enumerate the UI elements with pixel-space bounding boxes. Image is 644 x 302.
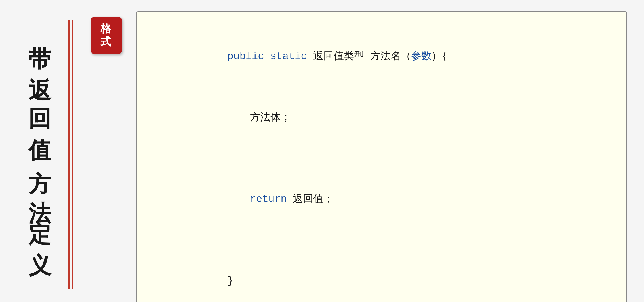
format-line-4: return 返回值； [154, 169, 609, 230]
format-return-text: 返回值； [287, 193, 334, 205]
divider-column [62, 11, 79, 289]
kw-public-1: public static [227, 51, 307, 62]
main-content: 格 式 public static 返回值类型 方法名（参数）{ 方法体； re… [79, 11, 627, 302]
title-char-4: 值 [27, 121, 52, 124]
title-char-5: 方 [27, 152, 52, 155]
title-char-3: 回 [27, 90, 52, 93]
format-code-box: public static 返回值类型 方法名（参数）{ 方法体； return… [136, 11, 627, 302]
title-column: 带 返 回 值 方 法 定 义 [17, 11, 62, 236]
format-badge: 格 式 [91, 17, 122, 54]
page-title-2: 定 义 [28, 203, 51, 236]
format-section: 格 式 public static 返回值类型 方法名（参数）{ 方法体； re… [91, 11, 627, 302]
format-line-6: } [154, 250, 609, 302]
title-char-6: 法 [27, 183, 52, 186]
format-text-2: ）{ [432, 51, 448, 62]
title-char-1: 带 [27, 28, 52, 31]
title-char-8: 义 [27, 233, 52, 236]
format-line-1: public static 返回值类型 方法名（参数）{ [154, 26, 609, 87]
badge1-char2: 式 [100, 35, 112, 48]
title-char-2: 返 [27, 59, 52, 62]
divider-line-1 [68, 20, 70, 289]
format-line-3 [154, 148, 609, 169]
title-char-7: 定 [27, 203, 52, 205]
format-line-2: 方法体； [154, 87, 609, 148]
divider-lines [68, 20, 73, 289]
kw-param-1: 参数 [411, 51, 432, 62]
badge1-char1: 格 [100, 22, 112, 35]
format-text-1: 返回值类型 方法名（ [307, 51, 411, 62]
kw-return-1: return [250, 193, 287, 205]
page-title: 带 返 回 值 方 法 [28, 28, 51, 186]
format-close: } [227, 275, 233, 287]
format-body: 方法体； [250, 112, 291, 124]
format-line-5 [154, 230, 609, 250]
divider-line-2 [72, 20, 73, 289]
page-container: 带 返 回 值 方 法 定 义 格 式 [17, 11, 627, 302]
